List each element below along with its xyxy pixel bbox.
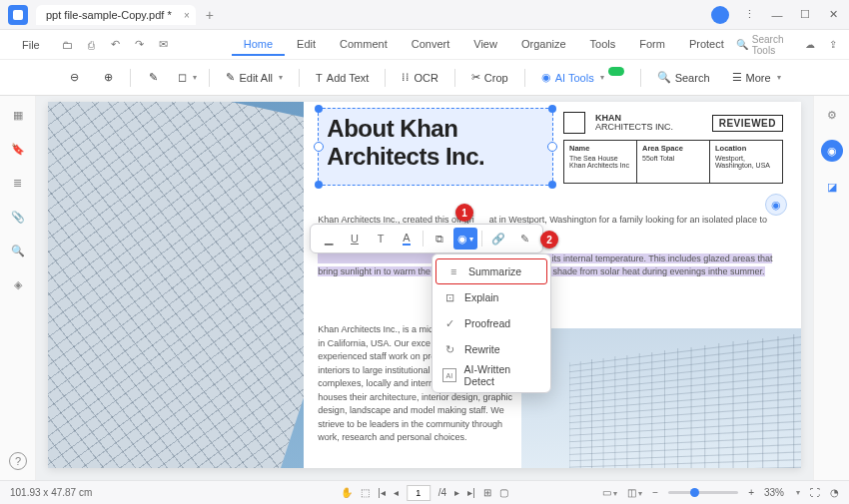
print-icon[interactable]: ⎙ <box>84 37 100 53</box>
page-navigator: ✋ ⬚ |◂ ◂ /4 ▸ ▸| ⊞ ▢ <box>341 485 508 501</box>
layers-icon[interactable]: ≣ <box>9 174 27 192</box>
document-tab[interactable]: ppt file-sample-Copy.pdf * × <box>36 5 196 25</box>
kebab-menu-icon[interactable]: ⋮ <box>741 7 757 23</box>
selected-text-box[interactable]: About Khan Architects Inc. <box>318 108 553 186</box>
tab-edit[interactable]: Edit <box>285 34 328 56</box>
tab-protect[interactable]: Protect <box>677 34 736 56</box>
ft-ai-button[interactable]: ◉▾ <box>453 228 477 250</box>
document-canvas[interactable]: About Khan Architects Inc. KHAN ARCHITEC… <box>36 96 813 480</box>
tab-comment[interactable]: Comment <box>328 34 400 56</box>
fullscreen-icon[interactable]: ⛶ <box>810 487 820 498</box>
hand-tool-icon[interactable]: ✋ <box>341 487 353 498</box>
save-icon[interactable]: 🗀 <box>60 37 76 53</box>
tab-convert[interactable]: Convert <box>400 34 462 56</box>
first-page-icon[interactable]: |◂ <box>378 487 386 498</box>
minimize-icon[interactable]: — <box>769 7 785 23</box>
help-icon[interactable]: ? <box>9 452 27 470</box>
dropdown-proofread[interactable]: ✓Proofread <box>432 310 550 336</box>
tab-organize[interactable]: Organize <box>509 34 578 56</box>
zoom-out-sb-icon[interactable]: − <box>652 487 658 498</box>
shape-button[interactable]: ◻▾ <box>173 65 201 91</box>
tab-home[interactable]: Home <box>232 34 285 56</box>
ocr-button[interactable]: ⁞⁞ OCR <box>394 65 445 91</box>
titlebar: ppt file-sample-Copy.pdf * × + ⋮ — ☐ ✕ <box>0 0 849 30</box>
prev-page-icon[interactable]: ◂ <box>394 487 399 498</box>
user-avatar[interactable] <box>711 6 729 24</box>
close-window-icon[interactable]: ✕ <box>825 7 841 23</box>
handle-tr[interactable] <box>548 105 556 113</box>
page-input[interactable] <box>407 485 430 501</box>
undo-icon[interactable]: ↶ <box>108 37 124 53</box>
search-button[interactable]: 🔍 Search <box>649 65 718 91</box>
dropdown-explain[interactable]: ⊡Explain <box>432 284 550 310</box>
ft-link-icon[interactable]: 🔗 <box>486 228 510 250</box>
handle-tl[interactable] <box>315 105 323 113</box>
handle-bl[interactable] <box>315 181 323 189</box>
pdf-page: About Khan Architects Inc. KHAN ARCHITEC… <box>48 102 801 468</box>
package-icon[interactable]: ◈ <box>9 275 27 293</box>
tab-tools[interactable]: Tools <box>578 34 628 56</box>
sidebar-left: ▦ 🔖 ≣ 📎 🔍 ◈ <box>0 96 36 480</box>
close-tab-icon[interactable]: × <box>184 10 190 21</box>
search-panel-icon[interactable]: 🔍 <box>9 242 27 259</box>
ft-fontcolor-icon[interactable]: A <box>395 228 419 250</box>
doc-title-line1: About Khan <box>327 115 544 143</box>
dropdown-ai-detect[interactable]: AIAI-Written Detect <box>432 362 550 388</box>
share-icon[interactable]: ⇪ <box>826 37 839 53</box>
dropdown-summarize[interactable]: ≡Summarize <box>435 258 547 284</box>
zoom-slider[interactable] <box>668 491 738 494</box>
sliders-icon[interactable]: ⚙ <box>823 106 841 124</box>
tab-title: ppt file-sample-Copy.pdf * <box>46 9 172 21</box>
view-mode-icon[interactable]: ▭▾ <box>602 487 617 498</box>
ai-tools-button[interactable]: ◉ AI Tools▾ <box>533 65 632 91</box>
ft-strike-icon[interactable]: T <box>369 228 393 250</box>
email-icon[interactable]: ✉ <box>156 37 172 53</box>
select-tool-icon[interactable]: ⬚ <box>361 487 370 498</box>
meta-area: Area Space55oft Total <box>637 141 710 183</box>
handle-ml[interactable] <box>314 142 324 152</box>
ai-sidebar-icon[interactable]: ◉ <box>821 140 843 162</box>
search-label: Search <box>675 72 710 84</box>
next-page-icon[interactable]: ▸ <box>454 487 459 498</box>
attachments-icon[interactable]: 📎 <box>9 208 27 226</box>
cloud-icon[interactable]: ☁ <box>804 37 817 53</box>
fit-page-icon[interactable]: ▢ <box>499 487 508 498</box>
zoom-value: 33% <box>764 487 784 498</box>
ai-dropdown: ≡Summarize ⊡Explain ✓Proofread ↻Rewrite … <box>431 253 551 393</box>
fit-width-icon[interactable]: ⊞ <box>483 487 491 498</box>
zoom-in-button[interactable]: ⊕ <box>94 65 122 91</box>
maximize-icon[interactable]: ☐ <box>797 7 813 23</box>
tab-form[interactable]: Form <box>627 34 677 56</box>
add-text-button[interactable]: T Add Text <box>308 65 377 91</box>
reading-mode-icon[interactable]: ◔ <box>830 487 839 498</box>
search-tools-label: Search Tools <box>752 34 794 56</box>
zoom-in-sb-icon[interactable]: + <box>748 487 754 498</box>
ft-edit-icon[interactable]: ✎ <box>512 228 536 250</box>
ai-float-badge[interactable]: ◉ <box>765 194 787 216</box>
main-tabs: Home Edit Comment Convert View Organize … <box>232 34 736 56</box>
handle-br[interactable] <box>548 181 556 189</box>
dropdown-rewrite[interactable]: ↻Rewrite <box>432 336 550 362</box>
summarize-icon: ≡ <box>446 264 460 278</box>
zoom-out-button[interactable]: ⊖ <box>60 65 88 91</box>
layout-icon[interactable]: ◫▾ <box>627 487 642 498</box>
ws-icon[interactable]: ◪ <box>823 178 841 196</box>
highlighter-button[interactable]: ✎ <box>139 65 167 91</box>
tab-view[interactable]: View <box>461 34 509 56</box>
edit-all-button[interactable]: ✎ Edit All▾ <box>218 65 291 91</box>
more-button[interactable]: ☰ More▾ <box>724 65 789 91</box>
thumbnails-icon[interactable]: ▦ <box>9 106 27 124</box>
bookmarks-icon[interactable]: 🔖 <box>9 140 27 158</box>
ai-tools-label: AI Tools <box>555 72 594 84</box>
ft-highlight-icon[interactable]: ▁ <box>317 228 341 250</box>
ft-underline-icon[interactable]: U <box>343 228 367 250</box>
search-tools[interactable]: 🔍 Search Tools <box>736 34 794 56</box>
add-tab-button[interactable]: + <box>200 5 220 25</box>
last-page-icon[interactable]: ▸| <box>467 487 475 498</box>
ai-detect-icon: AI <box>442 368 456 382</box>
ft-copy-icon[interactable]: ⧉ <box>427 228 451 250</box>
crop-button[interactable]: ✂ Crop <box>463 65 516 91</box>
redo-icon[interactable]: ↷ <box>132 37 148 53</box>
file-menu[interactable]: File <box>10 35 52 55</box>
handle-mr[interactable] <box>547 142 557 152</box>
